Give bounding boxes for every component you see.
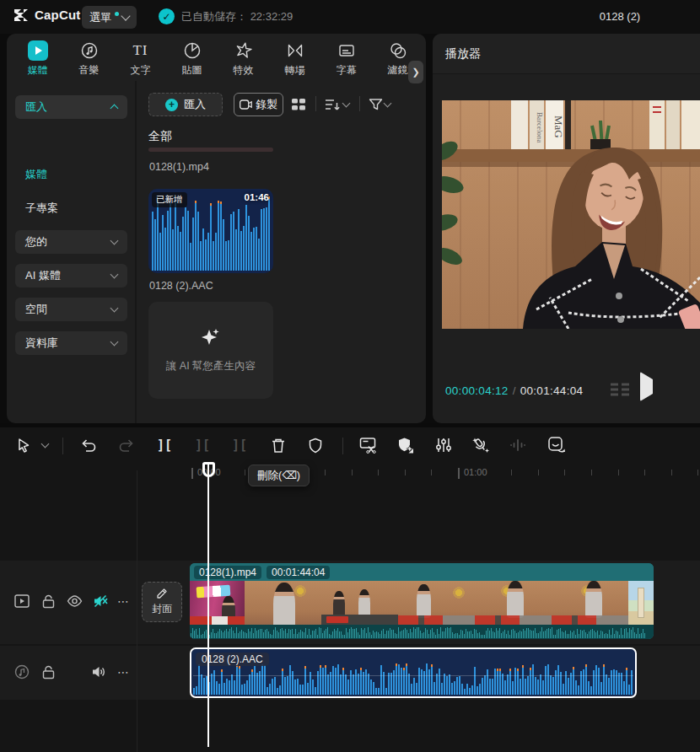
chevron-down-icon — [110, 304, 119, 313]
tab-media[interactable]: 媒體 — [12, 34, 63, 81]
ruler-tick — [245, 470, 245, 475]
tab-stickers[interactable]: 貼圖 — [166, 34, 218, 81]
sidebar-item-import[interactable]: 匯入 — [15, 95, 127, 119]
ai-generate-label: 讓 AI 幫您產生內容 — [166, 359, 256, 373]
timeline-ruler[interactable]: 00:00 01:00 — [0, 462, 700, 489]
split-left-button[interactable]: ][ — [191, 434, 213, 456]
audio-track-more-button[interactable]: ⋯ — [115, 663, 133, 681]
autosave-time: 22:32:29 — [250, 10, 293, 23]
sidebar-group-space[interactable]: 空間 — [15, 298, 127, 321]
play-button[interactable] — [640, 379, 653, 395]
sidebar-group-yours[interactable]: 您的 — [15, 230, 127, 254]
preview-quality-icon[interactable] — [609, 381, 631, 398]
pencil-icon — [156, 588, 168, 599]
svg-text:MaG: MaG — [552, 115, 565, 138]
capcut-app: CapCut 選單 ✓ 已自動儲存： 22:32:29 0128 (2) 媒體 … — [0, 0, 700, 752]
timeline-audio-clip[interactable]: 0128 (2).AAC — [190, 647, 637, 698]
player-footer: 00:00:04:12/00:01:44:04 — [433, 363, 700, 423]
redo-button[interactable] — [116, 434, 137, 456]
tab-effects[interactable]: 特效 — [218, 34, 269, 81]
ruler-tick — [697, 470, 698, 475]
capcut-logo-icon — [13, 8, 29, 22]
tab-captions[interactable]: 字幕 — [320, 34, 372, 81]
sidebar-group-ai-media[interactable]: AI 媒體 — [15, 264, 127, 287]
category-tab-all[interactable]: 全部 — [148, 129, 172, 144]
retouch-button[interactable] — [546, 434, 568, 456]
library-content: + 匯入 錄製 全部 01 — [138, 81, 426, 423]
ruler-tick — [405, 470, 406, 475]
sticker-icon — [182, 40, 202, 61]
video-track-mute-button[interactable] — [91, 592, 110, 610]
divider — [315, 96, 316, 111]
timeline: ][ ][ ][ — [0, 423, 700, 752]
total-duration: 00:01:44:04 — [520, 384, 584, 397]
smart-cut-button[interactable] — [358, 434, 380, 456]
video-track-visibility-button[interactable] — [65, 592, 83, 610]
playhead-line[interactable] — [207, 463, 209, 747]
video-track-lock-button[interactable] — [39, 592, 57, 610]
video-track-more-button[interactable]: ⋯ — [115, 592, 133, 610]
autosave-status: ✓ 已自動儲存： 22:32:29 — [159, 8, 293, 24]
chevron-down-icon — [110, 237, 119, 245]
smart-mask-button[interactable] — [395, 434, 417, 456]
adjust-button[interactable] — [433, 434, 455, 456]
audio-wave-button[interactable] — [507, 434, 529, 456]
chevron-down-icon — [110, 338, 119, 346]
tab-music[interactable]: 音樂 — [63, 34, 115, 81]
divider — [62, 438, 63, 454]
menu-button[interactable]: 選單 — [82, 6, 137, 29]
import-media-button[interactable]: + 匯入 — [148, 93, 223, 116]
audio-asset-thumbnail[interactable]: 已新增 01:46 — [148, 189, 273, 273]
ai-voice-button[interactable] — [470, 434, 492, 456]
sidebar-item-subproject[interactable]: 子專案 — [25, 199, 58, 218]
sidebar-group-library[interactable]: 資料庫 — [15, 331, 127, 355]
tab-transitions[interactable]: 轉場 — [269, 34, 320, 81]
filter-button[interactable] — [369, 93, 390, 116]
select-tool-dropdown[interactable] — [38, 434, 51, 456]
playhead-handle[interactable] — [202, 462, 215, 477]
delete-tooltip: 刪除(⌫) — [248, 465, 310, 486]
player-panel: 播放器 Barcelona MaG — [433, 34, 700, 423]
audio-clip-volume-line[interactable] — [193, 675, 633, 676]
media-play-icon — [28, 40, 48, 61]
play-icon — [640, 372, 653, 401]
horizontal-scrollbar[interactable] — [148, 148, 273, 152]
tab-text[interactable]: TI 文字 — [115, 34, 166, 81]
tabstrip-expand-button[interactable]: ❯ — [408, 61, 423, 83]
video-preview[interactable]: Barcelona MaG — [442, 100, 700, 329]
grid-view-button[interactable] — [291, 93, 306, 116]
sidebar-item-media[interactable]: 媒體 — [25, 165, 47, 184]
record-button[interactable]: 錄製 — [234, 93, 283, 116]
autosave-check-icon: ✓ — [159, 8, 175, 24]
ruler-label-minute: 01:00 — [458, 468, 487, 479]
ruler-tick — [564, 470, 565, 475]
split-right-button[interactable]: ][ — [229, 434, 250, 456]
chevron-down-icon — [384, 99, 392, 108]
delete-button[interactable] — [267, 434, 289, 456]
logo-text: CapCut — [35, 8, 81, 22]
transitions-icon — [285, 40, 305, 61]
sort-button[interactable] — [325, 93, 349, 116]
current-time: 00:00:04:12 — [445, 384, 509, 397]
cover-button[interactable]: 封面 — [142, 582, 182, 622]
player-title: 播放器 — [445, 46, 481, 62]
undo-button[interactable] — [78, 434, 100, 456]
select-tool-button[interactable] — [13, 434, 35, 456]
timeline-toolbar: ][ ][ ][ — [0, 427, 700, 464]
divider — [137, 470, 137, 752]
player-header: 播放器 — [433, 34, 700, 74]
effects-star-icon — [234, 40, 254, 61]
media-panel: 媒體 音樂 TI 文字 貼圖 特效 — [7, 34, 426, 423]
video-track-type-icon — [13, 592, 31, 610]
timeline-video-clip[interactable]: 0128(1).mp4 00:01:44:04 — [190, 563, 654, 639]
audio-track-lock-button[interactable] — [39, 663, 57, 681]
ai-generate-card[interactable]: 讓 AI 幫您產生內容 — [148, 302, 273, 399]
added-badge: 已新增 — [152, 192, 187, 207]
ruler-tick — [644, 470, 645, 475]
audio-file-label: 0128 (2).AAC — [149, 280, 213, 292]
video-file-label: 0128(1).mp4 — [149, 161, 209, 173]
mask-button[interactable] — [304, 434, 326, 456]
audio-track-volume-button[interactable] — [89, 663, 108, 681]
split-button[interactable]: ][ — [153, 434, 175, 456]
video-clip-name: 0128(1).mp4 — [194, 566, 261, 579]
